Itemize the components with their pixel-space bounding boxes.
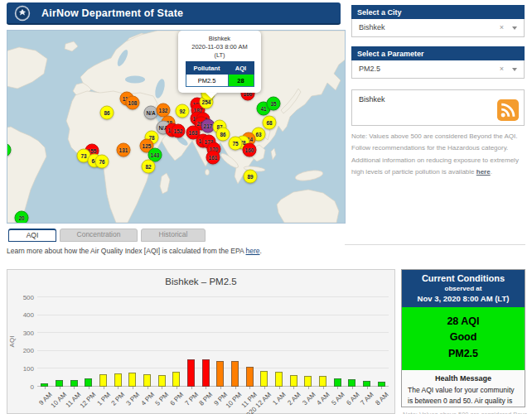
health-message-text: The AQI value for your community is betw… xyxy=(408,385,519,407)
chart-xtick xyxy=(308,387,309,389)
chart-bar[interactable] xyxy=(260,371,268,387)
conditions-footnote: Note: Values above 500 are considered Be… xyxy=(403,411,527,414)
learn-more-suffix: . xyxy=(260,247,262,255)
conditions-header: Current Conditions observed at Nov 3, 20… xyxy=(402,270,525,307)
chart-xtick xyxy=(60,387,60,389)
chart-xtick-label: 10 PM xyxy=(225,391,244,410)
aqi-marker[interactable]: 75 xyxy=(229,137,243,151)
chart-xtick-label: 2 PM xyxy=(110,391,127,407)
chart-bar[interactable] xyxy=(70,380,78,387)
chart-bar[interactable] xyxy=(202,359,210,387)
chart-xtick-label: 5 PM xyxy=(154,391,171,407)
chart-bar[interactable] xyxy=(290,375,297,387)
city-select[interactable]: Bishkek × xyxy=(351,19,525,37)
learn-more-link[interactable]: here xyxy=(246,247,260,255)
chart-bar[interactable] xyxy=(172,372,180,387)
chart-gridline xyxy=(37,350,389,351)
tab-historical[interactable]: Historical xyxy=(141,229,206,242)
chart-xtick-label: 6 AM xyxy=(345,391,360,407)
chevron-down-icon[interactable] xyxy=(512,26,517,30)
chart-bar[interactable] xyxy=(143,374,151,387)
chart-bar[interactable] xyxy=(158,375,166,387)
chart-xtick xyxy=(235,387,236,389)
chart-xtick xyxy=(264,387,265,389)
rss-icon[interactable] xyxy=(497,99,519,121)
chart-xtick xyxy=(148,387,148,389)
chart-bar[interactable] xyxy=(348,379,355,387)
aqi-marker[interactable]: 160 xyxy=(243,143,257,157)
aqi-marker[interactable]: 86 xyxy=(216,128,230,142)
chart-xtick-label: 7 PM xyxy=(183,391,200,407)
learn-more-text: Learn more about how the Air Quality Ind… xyxy=(7,247,262,255)
aqi-marker[interactable]: 92 xyxy=(176,104,190,118)
chart-bar[interactable] xyxy=(246,367,254,387)
chart-bar[interactable] xyxy=(56,380,63,387)
aqi-marker[interactable]: 20 xyxy=(15,211,29,224)
aqi-marker[interactable]: 108 xyxy=(126,96,140,110)
chart-bar[interactable] xyxy=(128,373,136,387)
chart-xtick-label: 4 AM xyxy=(316,391,331,407)
chart-xtick xyxy=(323,387,324,389)
chart-xtick-label: 12 PM xyxy=(78,391,97,410)
chart-bar[interactable] xyxy=(319,376,326,387)
aqi-marker[interactable]: 68 xyxy=(263,116,277,130)
app-header: AirNow Department of State xyxy=(7,2,341,25)
chart-bar[interactable] xyxy=(114,373,122,387)
popup-col-aqi: AQI xyxy=(228,62,254,75)
aqi-marker[interactable]: 89 xyxy=(244,170,258,184)
aqi-marker[interactable]: 82 xyxy=(142,160,156,174)
parameter-select[interactable]: PM2.5 × xyxy=(351,60,525,79)
chart-bar[interactable] xyxy=(363,381,370,387)
chart-xtick xyxy=(249,387,250,389)
chart-bar[interactable] xyxy=(216,361,224,387)
world-map[interactable]: 11210886N/A132118N/A13415278125143821311… xyxy=(7,30,346,224)
chart-xtick xyxy=(162,387,162,389)
chart-xtick xyxy=(220,387,221,389)
rss-city-label: Bishkek xyxy=(359,95,385,104)
chart-xtick xyxy=(191,387,192,389)
aqi-marker[interactable]: 131 xyxy=(117,143,131,157)
chart-ytick-label: 400 xyxy=(11,311,34,319)
chart-gridline xyxy=(37,296,389,297)
chart-xtick xyxy=(381,387,382,389)
parameter-select-card: Select a Parameter PM2.5 × xyxy=(351,46,525,79)
chart-bar[interactable] xyxy=(85,378,92,387)
aqi-marker[interactable]: 86 xyxy=(100,106,114,120)
chart-xtick xyxy=(279,387,280,389)
chart-bar[interactable] xyxy=(99,374,107,387)
tab-aqi[interactable]: AQI xyxy=(8,229,56,242)
chart-bar[interactable] xyxy=(275,372,283,387)
clear-icon[interactable]: × xyxy=(500,60,504,78)
health-message-section: Health Message The AQI value for your co… xyxy=(402,370,525,407)
chevron-down-icon[interactable] xyxy=(512,68,517,71)
chart-bar[interactable] xyxy=(231,361,239,387)
sidebar-note-link[interactable]: here xyxy=(476,168,491,176)
conditions-title: Current Conditions xyxy=(404,273,523,283)
chart-xtick xyxy=(293,387,294,389)
chart-xtick xyxy=(352,387,353,389)
chart-gridline xyxy=(37,368,389,368)
app-title: AirNow Department of State xyxy=(41,7,183,19)
conditions-pollutant: PM2.5 xyxy=(402,346,525,362)
chart-xtick-label: 8 AM xyxy=(374,391,389,407)
chart-xtick xyxy=(89,387,89,389)
chart-xtick xyxy=(74,387,75,389)
chart-bar[interactable] xyxy=(334,378,341,387)
conditions-aqi-value: 28 AQI xyxy=(402,314,525,330)
chart-bar[interactable] xyxy=(304,376,312,387)
clear-icon[interactable]: × xyxy=(500,19,504,36)
tab-concentration[interactable]: Concentration xyxy=(60,229,138,242)
aqi-marker[interactable]: 161 xyxy=(206,151,220,165)
chart-xtick-label: 1 AM xyxy=(272,391,288,407)
aqi-marker[interactable]: 152 xyxy=(172,124,186,138)
aqi-marker[interactable]: 35 xyxy=(267,97,281,111)
chart-xtick-label: 7 AM xyxy=(360,391,375,407)
aqi-marker[interactable]: 76 xyxy=(95,155,109,169)
chart-xtick xyxy=(177,387,177,389)
chart-bar[interactable] xyxy=(187,359,195,387)
popup-aqi-value: 28 xyxy=(228,75,254,87)
sidebar-note-suffix: . xyxy=(491,168,492,176)
chart-xtick-label: 4 PM xyxy=(139,391,156,407)
parameter-select-value: PM2.5 xyxy=(359,65,380,73)
chart-xtick-label: 3 AM xyxy=(301,391,317,407)
